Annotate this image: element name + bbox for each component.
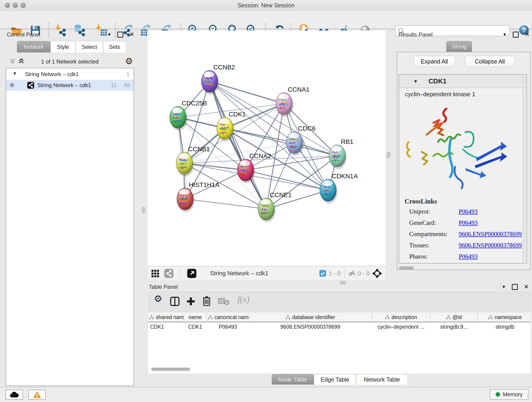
panel-menu-icon[interactable]: ▼ xyxy=(502,32,507,37)
panel-float-icon[interactable] xyxy=(513,32,519,38)
panel-close-icon[interactable]: ✕ xyxy=(524,283,529,290)
column-header--id[interactable]: @id xyxy=(430,313,477,322)
expand-all-button[interactable]: Expand All xyxy=(414,56,455,67)
network-node-CDKN1A[interactable] xyxy=(320,179,337,204)
crosslinks-list: Uniprot:P06493GeneCard:P06493Compartment… xyxy=(409,208,524,264)
network-node-CCNA2[interactable] xyxy=(237,159,255,183)
grid-mode-icon[interactable] xyxy=(151,269,159,279)
network-view-toolbar: String Network – cdk1 1 - 0 0 - 0 xyxy=(148,266,386,280)
node-label-CCNE1: CCNE1 xyxy=(270,191,292,198)
crosslink-link[interactable]: 9606.ENSP00000378699 xyxy=(459,242,522,249)
tab-edge-table[interactable]: Edge Table xyxy=(314,374,356,385)
left-splitter-handle[interactable] xyxy=(142,207,145,213)
function-builder-icon[interactable]: f(x) xyxy=(237,294,249,304)
collection-label: String Network – cdk1 xyxy=(25,71,79,77)
memory-button[interactable]: Memory xyxy=(490,389,528,400)
delete-table-icon[interactable] xyxy=(218,297,230,307)
table-cell[interactable]: stringdb:9... xyxy=(430,322,477,332)
cloud-button[interactable] xyxy=(6,390,23,400)
birds-eye-view-icon[interactable] xyxy=(372,268,382,280)
memory-label: Memory xyxy=(503,391,523,398)
crosslink-label: Tissues: xyxy=(409,242,459,249)
open-view-in-window-icon[interactable] xyxy=(187,269,196,278)
add-column-icon[interactable] xyxy=(186,296,196,307)
table-settings-gear-icon[interactable]: ⚙ xyxy=(154,293,162,304)
string-network-icon xyxy=(27,82,34,89)
tab-select[interactable]: Select xyxy=(76,41,103,52)
network-node-RB1[interactable] xyxy=(329,145,347,169)
node-label-HIST1H1A: HIST1H1A xyxy=(189,181,220,188)
column-header-shared-name[interactable]: shared name xyxy=(148,313,184,322)
network-node-CDC6[interactable] xyxy=(286,132,304,156)
network-edge[interactable] xyxy=(225,128,337,156)
warning-button[interactable] xyxy=(28,390,46,400)
panel-close-icon[interactable]: ✕ xyxy=(129,31,134,38)
network-row-selected[interactable]: String Network – cdk1 11 48 xyxy=(6,80,133,91)
network-edge[interactable] xyxy=(185,199,266,209)
crosslink-row: Tissues:9606.ENSP00000378699 xyxy=(409,242,524,249)
panel-float-icon[interactable] xyxy=(512,284,518,290)
table-horizontal-scrollbar[interactable] xyxy=(151,368,190,371)
table-cell[interactable]: CDK1 xyxy=(184,322,207,332)
network-node-CCNE1[interactable] xyxy=(258,198,276,222)
table-row[interactable]: CDK1CDK1P064939606.ENSP00000378699cyclin… xyxy=(148,322,531,332)
gene-collapse-icon[interactable]: ▼ xyxy=(413,79,418,84)
table-cell[interactable]: CDK1 xyxy=(148,322,184,332)
network-selection-summary: 1 of 1 Network selected xyxy=(3,58,137,65)
network-node-count: 11 xyxy=(111,82,117,89)
column-header-database-identifier[interactable]: database identifier xyxy=(249,313,372,322)
network-node-CCNB2[interactable] xyxy=(201,70,219,95)
column-header-description[interactable]: description xyxy=(372,313,430,322)
node-label-CDK1: CDK1 xyxy=(229,111,246,118)
crosslink-link[interactable]: P06493 xyxy=(459,253,478,260)
table-cell[interactable]: P06493 xyxy=(207,322,249,332)
table-cell[interactable]: stringdb xyxy=(477,322,531,332)
control-panel-controls: ▼ ✕ xyxy=(107,31,134,38)
node-label-CCNB2: CCNB2 xyxy=(213,64,235,71)
title-bar: Session: New Session xyxy=(0,0,532,11)
delete-column-icon[interactable] xyxy=(202,296,212,307)
tab-node-table[interactable]: Node Table xyxy=(272,374,314,385)
crosslink-link[interactable]: P06493 xyxy=(459,208,478,215)
collapse-all-button[interactable]: Collapse All xyxy=(465,56,515,67)
network-mode-icon[interactable] xyxy=(164,269,173,278)
selected-checkbox-icon[interactable] xyxy=(319,270,326,278)
panel-menu-icon[interactable]: ▼ xyxy=(107,32,111,37)
results-horizontal-scrollbar[interactable] xyxy=(399,266,414,269)
panel-menu-icon[interactable]: ▼ xyxy=(501,284,506,289)
crosslink-label: Uniprot: xyxy=(409,208,459,215)
network-node-HIST1H1A[interactable] xyxy=(177,188,195,212)
panel-float-icon[interactable] xyxy=(117,32,123,38)
show-columns-icon[interactable] xyxy=(170,296,180,307)
column-header-name[interactable]: name xyxy=(184,313,207,322)
results-vertical-scrollbar[interactable] xyxy=(523,76,526,263)
tab-network[interactable]: Network xyxy=(17,41,51,52)
tab-style[interactable]: Style xyxy=(51,41,76,52)
crosslink-link[interactable]: P06493 xyxy=(459,219,478,226)
tab-string[interactable]: String xyxy=(446,41,472,52)
gene-section-header[interactable]: ▼ CDK1 xyxy=(399,75,526,88)
crosslink-row: Uniprot:P06493 xyxy=(409,208,524,215)
network-status-dot xyxy=(10,83,14,87)
column-header-canonical-name[interactable]: canonical name xyxy=(207,313,249,322)
network-edge[interactable] xyxy=(210,81,284,104)
crosslink-link[interactable]: 9606.ENSP00000378699 xyxy=(459,230,522,238)
table-cell[interactable]: cyclin–dependent ... xyxy=(372,322,430,332)
network-canvas[interactable]: CCNB2CCNA1CDC25BCDK1CDC6RB1CCNB1CCNA2CDK… xyxy=(148,31,386,266)
panel-close-icon[interactable]: ✕ xyxy=(525,31,530,38)
tab-sets[interactable]: Sets xyxy=(103,41,126,52)
node-table[interactable]: shared namenamecanonical namedatabase id… xyxy=(148,313,531,332)
network-collection-row[interactable]: ▼ String Network – cdk1 1 xyxy=(6,69,133,80)
toolbar-separator xyxy=(180,268,181,278)
hidden-eye-icon[interactable] xyxy=(348,269,356,279)
network-options-gear-icon[interactable]: ⚙ xyxy=(125,56,133,66)
selected-counts: 1 - 0 xyxy=(329,270,341,277)
column-header-namespace[interactable]: namespace xyxy=(477,313,531,322)
collection-expand-icon[interactable]: ▼ xyxy=(13,71,17,76)
network-edge[interactable] xyxy=(210,81,266,209)
table-toolbar: ⚙ f(x) xyxy=(148,292,531,312)
tab-network-table[interactable]: Network Table xyxy=(356,374,408,385)
right-splitter-handle[interactable] xyxy=(387,152,390,158)
table-cell[interactable]: 9606.ENSP00000378699 xyxy=(249,322,372,332)
network-node-CCNB1[interactable] xyxy=(176,152,194,177)
